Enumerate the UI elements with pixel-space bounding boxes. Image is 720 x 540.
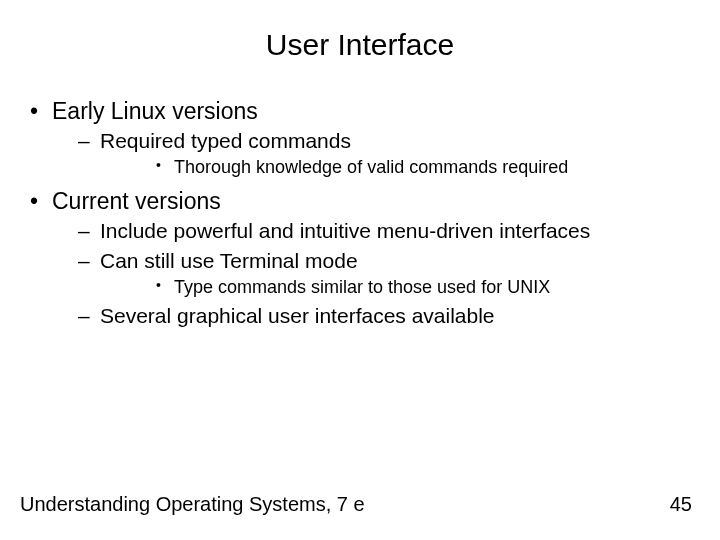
subbullet-required-typed: Required typed commands Thorough knowled… [78,127,690,180]
footer-source: Understanding Operating Systems, 7 e [20,493,365,516]
subbullet-menu-driven: Include powerful and intuitive menu-driv… [78,217,690,245]
bullet-text: Early Linux versions [52,98,258,124]
slide-content: Early Linux versions Required typed comm… [30,96,690,330]
subsubbullet-thorough-knowledge: Thorough knowledge of valid commands req… [156,155,690,179]
bullet-text: Required typed commands [100,129,351,152]
slide-title: User Interface [30,28,690,62]
bullet-early-linux: Early Linux versions Required typed comm… [30,96,690,180]
bullet-text: Several graphical user interfaces availa… [100,304,495,327]
footer-page-number: 45 [670,493,692,516]
bullet-text: Thorough knowledge of valid commands req… [174,157,568,177]
bullet-text: Can still use Terminal mode [100,249,358,272]
bullet-text: Type commands similar to those used for … [174,277,550,297]
bullet-text: Include powerful and intuitive menu-driv… [100,219,590,242]
subsubbullet-unix-commands: Type commands similar to those used for … [156,275,690,299]
bullet-text: Current versions [52,188,221,214]
slide: User Interface Early Linux versions Requ… [0,0,720,540]
slide-footer: Understanding Operating Systems, 7 e 45 [20,493,692,516]
subbullet-terminal-mode: Can still use Terminal mode Type command… [78,247,690,300]
subbullet-gui-available: Several graphical user interfaces availa… [78,302,690,330]
bullet-current-versions: Current versions Include powerful and in… [30,186,690,330]
